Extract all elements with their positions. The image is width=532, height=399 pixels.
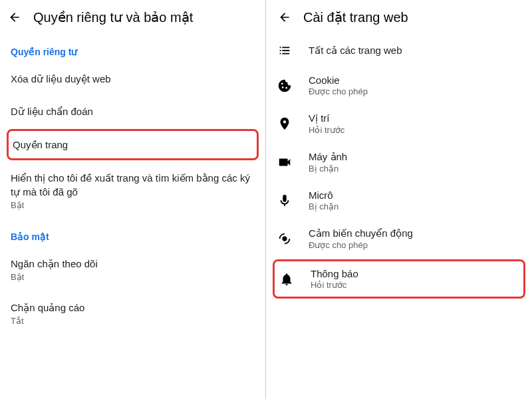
site-settings-panel: Cài đặt trang web Tất cả các trang web C… [266,0,532,399]
item-status: Được cho phép [309,86,521,96]
ad-blocking[interactable]: Chặn quảng cáo Tắt [0,291,265,335]
cookie-setting[interactable]: Cookie Được cho phép [266,66,532,104]
search-suggestions[interactable]: Hiển thị cho tôi đề xuất trang và tìm ki… [0,162,265,219]
item-label: Thông báo [311,268,519,279]
page-title: Quyền riêng tư và bảo mật [33,9,193,25]
item-status: Bị chặn [309,201,521,211]
privacy-security-panel: Quyền riêng tư và bảo mật Quyền riêng tư… [0,0,266,399]
item-text: Vị trí Hỏi trước [309,112,521,135]
motion-sensor-icon [277,231,293,247]
item-text: Cookie Được cho phép [309,74,521,96]
back-icon[interactable] [8,11,21,24]
page-title: Cài đặt trang web [303,9,408,25]
cookie-icon [277,78,293,94]
item-label: Quyền trang [13,138,253,152]
item-status: Được cho phép [309,240,521,250]
item-label: Chặn quảng cáo [11,301,255,315]
section-security: Bảo mật [0,219,265,247]
clear-browsing-data[interactable]: Xóa dữ liệu duyệt web [0,63,265,95]
item-label: Máy ảnh [309,151,521,163]
all-sites[interactable]: Tất cả các trang web [266,35,532,66]
item-status: Bị chặn [309,164,521,174]
location-setting[interactable]: Vị trí Hỏi trước [266,104,532,143]
tracking-prevention[interactable]: Ngăn chặn theo dõi Bật [0,247,265,291]
item-label: Cookie [309,74,521,86]
item-label: Tất cả các trang web [309,45,521,57]
item-status: Bật [11,200,255,210]
camera-setting[interactable]: Máy ảnh Bị chặn [266,143,532,182]
item-label: Cảm biến chuyển động [309,227,521,239]
item-status: Hỏi trước [309,125,521,135]
item-status: Bật [11,272,255,282]
back-icon[interactable] [278,11,291,24]
camera-icon [277,154,293,170]
site-permissions-highlighted[interactable]: Quyền trang [7,129,259,160]
notifications-setting[interactable]: Thông báo Hỏi trước [275,261,523,297]
item-text: Máy ảnh Bị chặn [309,151,521,174]
notifications-highlighted[interactable]: Thông báo Hỏi trước [273,259,525,299]
diagnostic-data[interactable]: Dữ liệu chẩn đoán [0,95,265,128]
item-label: Vị trí [309,112,521,124]
location-icon [277,116,293,132]
item-label: Ngăn chặn theo dõi [11,257,255,271]
item-status: Hỏi trước [311,280,519,290]
item-text: Thông báo Hỏi trước [311,268,519,290]
section-privacy: Quyền riêng tư [0,35,265,63]
item-label: Hiển thị cho tôi đề xuất trang và tìm ki… [11,171,255,199]
item-status: Tắt [11,316,255,326]
item-label: Xóa dữ liệu duyệt web [11,72,255,86]
bell-icon [279,271,295,287]
header: Cài đặt trang web [266,0,532,35]
list-icon [277,43,293,59]
item-text: Tất cả các trang web [309,45,521,57]
item-label: Micrô [309,190,521,201]
microphone-icon [277,193,293,209]
header: Quyền riêng tư và bảo mật [0,0,265,35]
microphone-setting[interactable]: Micrô Bị chặn [266,182,532,219]
item-label: Dữ liệu chẩn đoán [11,104,255,118]
item-text: Cảm biến chuyển động Được cho phép [309,227,521,250]
item-text: Micrô Bị chặn [309,190,521,211]
motion-sensor-setting[interactable]: Cảm biến chuyển động Được cho phép [266,219,532,258]
